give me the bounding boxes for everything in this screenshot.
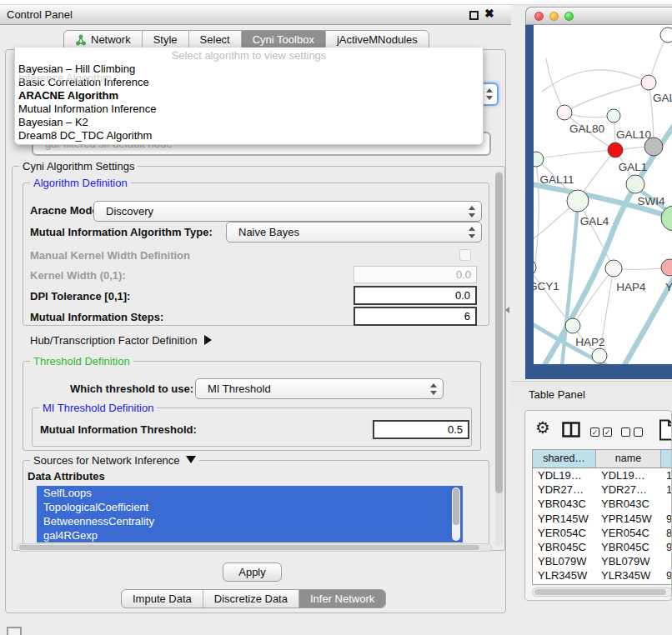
hub-definition-toggle[interactable]: Hub/Transcription Factor Definition xyxy=(30,334,212,347)
control-panel-tabbar: Network Style Select Cyni Toolbox jActiv… xyxy=(63,30,429,49)
attribute-list-item[interactable]: BetweennessCentrality xyxy=(37,514,463,528)
tab-impute-data[interactable]: Impute Data xyxy=(122,590,203,608)
scrollbar-thumb[interactable] xyxy=(534,589,666,595)
network-node[interactable] xyxy=(644,138,663,156)
gear-icon[interactable]: ⚙ xyxy=(535,418,550,438)
algorithm-option[interactable]: Mutual Information Inference xyxy=(15,102,483,116)
algorithm-option[interactable]: Dream8 DC_TDC Algorithm xyxy=(15,129,483,142)
network-node[interactable] xyxy=(565,318,580,333)
table-column-header[interactable]: shared… xyxy=(533,450,596,468)
mi-algorithm-type-select[interactable]: Naive Bayes xyxy=(226,222,482,242)
network-node[interactable] xyxy=(608,142,623,158)
network-node[interactable] xyxy=(626,175,644,193)
close-icon[interactable]: ✖ xyxy=(484,7,494,20)
scrollbar-thumb[interactable] xyxy=(453,488,459,525)
show-all-columns-icon[interactable]: ✓ ✓ xyxy=(590,428,612,437)
attributes-scrollbar[interactable] xyxy=(452,488,460,541)
table-row[interactable]: YLR345WYLR345W9. xyxy=(533,568,672,582)
table-row[interactable]: YBL079WYBL079W xyxy=(533,554,672,568)
algorithm-option[interactable]: Basic Correlation Inference xyxy=(15,76,483,89)
network-node[interactable] xyxy=(592,348,607,363)
network-focus-frame xyxy=(525,25,534,379)
table-row[interactable]: YBR043CYBR043C xyxy=(533,497,672,511)
network-node-label: Y xyxy=(665,281,672,293)
table-row[interactable]: YPR145WYPR145W9. xyxy=(533,512,672,526)
table-row[interactable]: YBR045CYBR045C9. xyxy=(533,540,672,554)
kernel-width-input[interactable]: 0.0 xyxy=(354,266,477,283)
network-node-label: GCY1 xyxy=(534,280,559,292)
group-title: Threshold Definition xyxy=(30,355,133,368)
tab-cyni-toolbox[interactable]: Cyni Toolbox xyxy=(241,31,325,48)
table-panel-titlebar: Table Panel xyxy=(511,381,672,408)
minimized-window-icon[interactable] xyxy=(7,627,22,635)
network-node-label: GAL xyxy=(653,92,672,104)
network-node[interactable] xyxy=(605,260,622,277)
network-node-label: GAL4 xyxy=(580,215,609,228)
algorithm-option[interactable]: ARACNE Algorithm xyxy=(15,89,483,102)
document-icon[interactable] xyxy=(659,419,672,441)
mi-algorithm-type-value: Naive Bayes xyxy=(238,222,481,242)
table-rows: YDL19…YDL19…13YDR27…YDR27…12YBR043CYBR04… xyxy=(533,468,672,585)
scrollbar-thumb[interactable] xyxy=(495,172,503,493)
network-node[interactable] xyxy=(661,259,672,276)
attribute-list-item[interactable]: SelfLoops xyxy=(37,486,463,500)
split-columns-icon[interactable] xyxy=(562,422,580,438)
table-column-header[interactable] xyxy=(661,450,672,468)
attribute-list-item[interactable]: TopologicalCoefficient xyxy=(37,500,463,514)
tab-discretize-data[interactable]: Discretize Data xyxy=(203,590,298,608)
table-row[interactable]: YDL19…YDL19…13 xyxy=(533,468,672,482)
which-threshold-select[interactable]: MI Threshold xyxy=(195,378,444,399)
hide-all-columns-icon[interactable] xyxy=(621,428,643,437)
tab-label: Network xyxy=(91,31,131,48)
table-cell: 12 xyxy=(661,482,672,497)
mac-close-icon[interactable] xyxy=(534,12,544,21)
table-horizontal-scrollbar[interactable] xyxy=(532,588,672,597)
settings-vertical-scrollbar[interactable] xyxy=(495,171,503,546)
group-title: MI Threshold Definition xyxy=(39,402,157,414)
split-pane-handle[interactable] xyxy=(505,307,509,313)
attribute-list-item[interactable]: gal4RGexp xyxy=(37,528,463,542)
network-node[interactable] xyxy=(567,190,589,212)
table-row[interactable]: YDR27…YDR27…12 xyxy=(533,482,672,497)
tab-jactivemnodules[interactable]: jActiveMNodules xyxy=(325,31,429,48)
table-row[interactable]: YER054CYER054C8. xyxy=(533,526,672,540)
scrollbar-thumb[interactable] xyxy=(19,545,479,550)
which-threshold-value: MI Threshold xyxy=(208,379,443,398)
tab-label: Select xyxy=(200,31,230,48)
aracne-mode-select[interactable]: Discovery xyxy=(93,201,482,222)
tab-select[interactable]: Select xyxy=(188,31,241,48)
table-cell: YDL19… xyxy=(533,468,596,482)
mi-algorithm-type-label: Mutual Information Algorithm Type: xyxy=(30,226,213,238)
mi-steps-input[interactable]: 6 xyxy=(354,307,477,326)
settings-horizontal-scrollbar[interactable] xyxy=(17,543,492,552)
data-attributes-label: Data Attributes xyxy=(28,470,105,482)
algorithm-option[interactable]: Bayesian – K2 xyxy=(15,116,483,129)
tab-label: Infer Network xyxy=(310,590,374,608)
table-cell: YPR145W xyxy=(533,512,596,526)
table-column-header[interactable]: name xyxy=(596,450,661,468)
manual-kernel-width-checkbox[interactable] xyxy=(459,249,471,261)
table-panel-title: Table Panel xyxy=(529,388,585,401)
mac-zoom-icon[interactable] xyxy=(564,12,574,21)
mac-minimize-icon[interactable] xyxy=(549,12,559,21)
float-icon[interactable] xyxy=(469,11,479,20)
table-row[interactable]: YIL052CYIL052C9 xyxy=(533,583,672,586)
network-node[interactable] xyxy=(557,105,572,120)
mi-threshold-input[interactable]: 0.5 xyxy=(373,420,469,439)
tab-network[interactable]: Network xyxy=(64,31,142,48)
tab-style[interactable]: Style xyxy=(142,31,188,48)
algorithm-option[interactable]: Bayesian – Hill Climbing xyxy=(15,62,483,76)
collapsed-arrow-icon xyxy=(204,335,212,345)
network-node[interactable] xyxy=(660,28,672,42)
network-node[interactable] xyxy=(641,75,656,90)
tab-infer-network[interactable]: Infer Network xyxy=(298,590,385,608)
sources-toggle[interactable]: Sources for Network Inference xyxy=(30,454,199,467)
network-node[interactable] xyxy=(607,109,620,122)
control-panel-title: Control Panel xyxy=(7,8,73,21)
network-view-canvas[interactable]: GALGAL80GAL10GAL1GAL11SWI4GAL4GCY1HAP4YH… xyxy=(534,25,672,364)
apply-button[interactable]: Apply xyxy=(223,562,282,582)
node-attribute-table[interactable]: shared…name YDL19…YDL19…13YDR27…YDR27…12… xyxy=(532,449,672,585)
dpi-tolerance-label: DPI Tolerance [0,1]: xyxy=(30,290,130,302)
algorithm-dropdown-popup: Select algorithm to view settings Bayesi… xyxy=(14,48,484,145)
dpi-tolerance-input[interactable]: 0.0 xyxy=(354,286,477,305)
